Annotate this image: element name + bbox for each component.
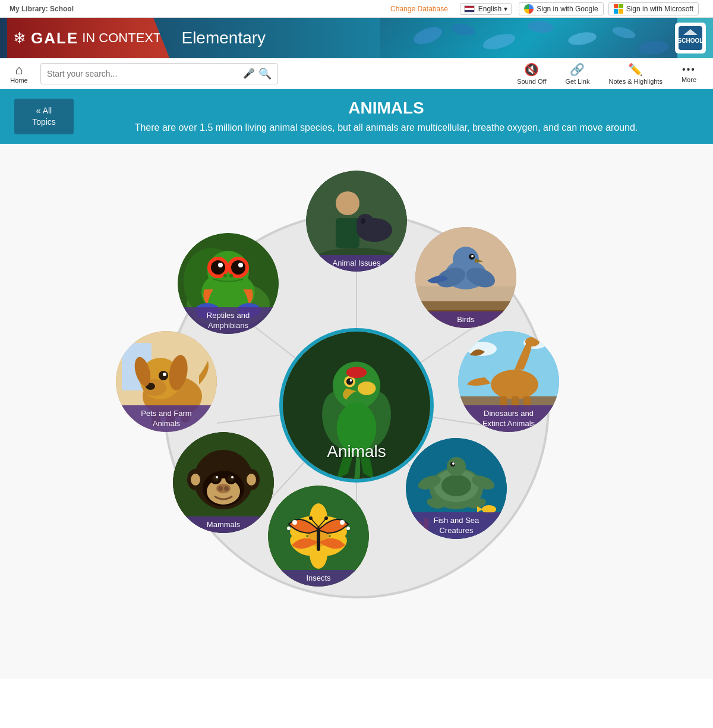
school-logo: SCHOOL [675,23,706,53]
svg-rect-32 [336,218,359,248]
animal-issues-label: Animal Issues [306,255,407,272]
language-selector[interactable]: English ▾ [460,3,512,15]
main-content: Animals Animal Issues [0,144,713,679]
svg-point-99 [216,476,218,478]
toolbar-right: 🔇 Sound Off 🔗 Get Link ✏️ Notes & Highli… [507,60,706,87]
sound-off-icon: 🔇 [524,62,539,77]
svg-point-44 [471,255,474,257]
svg-point-97 [212,475,219,482]
mammals-label: Mammals [173,516,274,534]
gale-text: GALE [31,29,78,48]
reptiles-label: Reptiles andAmphibians [178,307,279,335]
topic-node-pets[interactable]: Pets and FarmAnimals [116,331,217,432]
my-library-label: My Library: School [10,5,74,13]
search-icon[interactable]: 🔍 [258,67,272,80]
svg-point-35 [361,218,365,224]
svg-point-27 [346,367,367,379]
topic-node-fish[interactable]: Fish and SeaCreatures [406,438,507,539]
center-circle[interactable]: Animals [279,328,434,483]
change-database-link[interactable]: Change Database [390,5,448,13]
notes-icon: ✏️ [628,62,643,77]
search-input[interactable] [47,69,243,78]
more-icon: ••• [682,64,696,75]
topic-header: « All Topics ANIMALS There are over 1.5 … [0,89,713,144]
chevron-down-icon: ▾ [504,5,507,13]
svg-point-31 [336,191,359,215]
svg-point-84 [346,527,350,530]
birds-label: Birds [415,311,516,329]
svg-point-68 [452,462,455,465]
svg-point-100 [231,476,234,478]
topic-node-insects[interactable]: Insects [268,486,369,587]
svg-point-130 [218,263,223,267]
svg-point-102 [218,486,223,491]
svg-point-28 [358,382,376,395]
svg-point-89 [324,516,328,520]
elementary-label: Elementary [181,29,266,48]
center-image [283,332,430,479]
topic-node-reptiles[interactable]: Reptiles andAmphibians [178,233,279,334]
fish-background [380,18,677,58]
get-link-button[interactable]: 🔗 Get Link [556,60,599,87]
header-banner: ❄ GALE IN CONTEXT Elementary SCHOOL [0,18,713,58]
all-topics-button[interactable]: « All Topics [14,99,74,134]
svg-point-29 [337,403,377,454]
google-icon [524,4,534,14]
svg-point-83 [287,527,291,530]
topic-node-birds[interactable]: Birds [415,227,516,328]
svg-point-134 [238,263,243,267]
microphone-icon[interactable]: 🎤 [243,68,255,79]
svg-text:SCHOOL: SCHOOL [679,37,702,44]
search-input-wrapper: 🎤 🔍 [40,63,278,84]
svg-point-34 [356,214,374,232]
svg-point-81 [292,520,297,525]
home-button[interactable]: ⌂ Home [7,64,31,84]
svg-point-52 [491,370,538,399]
sound-off-button[interactable]: 🔇 Sound Off [507,60,556,87]
svg-rect-85 [317,527,320,551]
dinosaurs-label: Dinosaurs andExtinct Animals [458,405,559,433]
svg-point-115 [163,373,166,376]
top-bar: My Library: School Change Database Engli… [0,0,713,18]
pets-label: Pets and FarmAnimals [116,405,217,433]
svg-point-106 [191,474,200,486]
more-button[interactable]: ••• More [672,61,706,86]
flag-icon [464,5,475,12]
topic-node-dinosaurs[interactable]: Dinosaurs andExtinct Animals [458,331,559,432]
svg-point-25 [346,379,353,385]
topic-title: ANIMALS [348,99,424,118]
svg-point-82 [340,520,345,525]
svg-point-3 [527,20,554,34]
svg-point-5 [611,25,637,40]
topic-description: There are over 1.5 million living animal… [135,121,638,134]
microsoft-icon [614,4,623,14]
svg-point-61 [441,475,471,496]
insects-label: Insects [268,570,369,587]
topic-node-mammals[interactable]: Mammals [173,432,274,533]
fish-label: Fish and SeaCreatures [406,512,507,540]
in-context-text: IN CONTEXT [82,30,161,46]
svg-point-136 [229,274,233,278]
svg-point-26 [350,380,352,382]
svg-point-98 [228,475,235,482]
sign-in-google-button[interactable]: Sign in with Google [519,2,603,15]
home-icon: ⌂ [15,64,23,77]
svg-point-0 [411,24,444,48]
svg-point-66 [447,457,466,476]
sign-in-microsoft-button[interactable]: Sign in with Microsoft [608,2,699,15]
notes-highlights-button[interactable]: ✏️ Notes & Highlights [599,60,672,87]
circle-diagram: Animals Animal Issues [119,168,594,643]
snowflake-icon: ❄ [13,29,26,48]
svg-point-4 [567,30,598,47]
svg-point-1 [451,23,477,37]
gale-logo: ❄ GALE IN CONTEXT [7,18,169,58]
svg-point-107 [247,474,256,486]
search-bar: ⌂ Home 🎤 🔍 🔇 Sound Off 🔗 Get Link ✏️ Not… [0,58,713,89]
svg-point-2 [481,31,517,52]
link-icon: 🔗 [570,62,585,77]
topic-content: ANIMALS There are over 1.5 million livin… [74,99,699,134]
svg-point-6 [638,40,670,55]
svg-point-103 [224,486,229,491]
topic-node-animal-issues[interactable]: Animal Issues [306,171,407,272]
svg-point-88 [309,516,313,520]
